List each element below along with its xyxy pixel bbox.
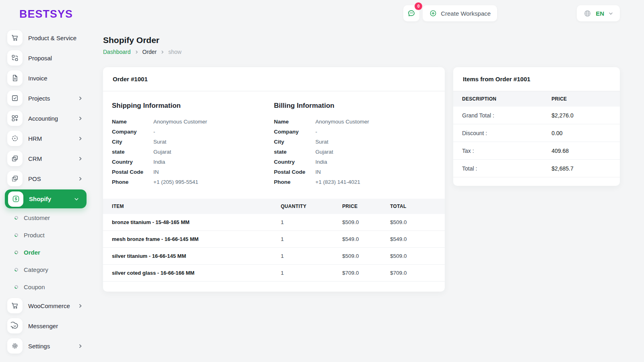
field-label: Company [274,129,316,135]
summary-table: DESCRIPTION PRICE Grand Total : $2,276.0… [453,91,620,177]
field-value: Surat [153,139,166,145]
field-row: Company- [274,129,436,135]
field-row: stateGujarat [274,149,436,155]
sidebar-item-label: Accounting [28,115,58,122]
item-name: silver coted glass - 16-66-166 MM [103,265,281,282]
sidebar-subitem-category[interactable]: Category [0,261,93,278]
field-value: Surat [316,139,328,145]
field-row: CountryIndia [274,159,436,165]
field-label: state [274,149,316,155]
create-workspace-button[interactable]: Create Workspace [423,5,497,21]
field-value: India [153,159,165,165]
gear-icon [7,338,23,354]
breadcrumb: Dashboard Order show [103,49,620,55]
chevron-right-icon [78,136,83,141]
chevron-right-icon [134,50,139,54]
breadcrumb-dashboard[interactable]: Dashboard [103,49,131,55]
sidebar-subitem-label: Order [24,249,40,256]
chevron-right-icon [78,96,83,101]
field-row: NameAnonymous Customer [274,119,436,125]
bullet-icon [14,267,19,272]
column-header-price: PRICE [551,91,620,107]
field-value: +1 (205) 995-5541 [153,179,198,185]
table-row: Tax : 409.68 [453,142,620,160]
globe-icon [583,9,592,18]
sidebar-item-projects[interactable]: Projects [0,88,93,108]
field-row: Company- [112,129,274,135]
item-quantity: 1 [281,214,342,231]
column-header-total: TOTAL [390,199,445,214]
field-row: Phone+1 (823) 141-4021 [274,179,436,185]
field-value: - [153,129,155,135]
summary-label: Tax : [453,142,551,160]
sidebar-item-invoice[interactable]: Invoice [0,68,93,88]
field-value: +1 (823) 141-4021 [316,179,360,185]
sidebar-item-product-service[interactable]: Product & Service [0,28,93,48]
field-row: CitySurat [112,139,274,145]
sidebar-item-messenger[interactable]: Messenger [0,316,93,336]
sidebar-item-pos[interactable]: POS [0,169,93,189]
order-card: Order #1001 Shipping Information NameAno… [103,67,445,292]
sidebar-subitem-coupon[interactable]: Coupon [0,278,93,296]
proposal-icon [7,50,23,66]
field-value: IN [316,169,321,175]
sidebar-item-proposal[interactable]: Proposal [0,48,93,68]
item-total: $509.0 [390,248,445,265]
table-row: Grand Total : $2,276.0 [453,107,620,124]
sidebar-subitem-product[interactable]: Product [0,226,93,244]
sidebar-subitem-order[interactable]: Order [0,244,93,261]
field-value: Gujarat [153,149,171,155]
item-name: bronze titanium - 15-48-165 MM [103,214,281,231]
sidebar-item-woocommerce[interactable]: WooCommerce [0,296,93,316]
chevron-right-icon [78,176,83,181]
chevron-right-icon [78,156,83,161]
item-total: $709.0 [390,265,445,282]
field-label: Company [112,129,153,135]
summary-value: 0.00 [551,124,620,142]
card-footer [453,177,620,186]
summary-label: Discount : [453,124,551,142]
field-label: state [112,149,153,155]
layers-dashed-icon [7,171,23,186]
field-label: Country [112,159,153,165]
sidebar-item-accounting[interactable]: Accounting [0,108,93,128]
order-summary-card: Items from Order #1001 DESCRIPTION PRICE… [453,67,620,186]
field-label: Name [274,119,316,125]
breadcrumb-order[interactable]: Order [142,49,157,55]
field-label: Postal Code [274,169,316,175]
sidebar-item-crm[interactable]: CRM [0,148,93,169]
brand-logo[interactable]: BESTSYS [0,0,73,25]
chat-dots-icon [407,9,416,18]
column-header-quantity: QUANTITY [281,199,342,214]
bullet-icon [14,284,19,290]
order-info: Shipping Information NameAnonymous Custo… [103,91,445,199]
sidebar-item-label: HRM [28,135,42,142]
sidebar-item-hrm[interactable]: HRM [0,128,93,148]
sidebar-item-shopify[interactable]: Shopify [5,189,87,208]
field-label: Postal Code [112,169,153,175]
column-header-description: DESCRIPTION [453,91,551,107]
field-label: City [274,139,316,145]
table-row: bronze titanium - 15-48-165 MM 1 $509.0 … [103,214,445,231]
shipping-info: Shipping Information NameAnonymous Custo… [112,102,274,189]
messages-button[interactable]: 0 [403,5,419,21]
sidebar-item-label: Shopify [29,195,51,202]
summary-value: $2,276.0 [551,107,620,124]
item-quantity: 1 [281,265,342,282]
order-items-table: ITEM QUANTITY PRICE TOTAL bronze titaniu… [103,199,445,281]
chevron-down-icon [74,196,79,202]
item-price: $509.0 [342,248,390,265]
billing-info: Billing Information NameAnonymous Custom… [274,102,436,189]
chat-bubble-icon [7,318,23,333]
create-workspace-label: Create Workspace [441,10,491,17]
sidebar-item-label: Projects [28,95,50,102]
field-row: Postal CodeIN [112,169,274,175]
check-square-icon [7,90,23,106]
language-selector[interactable]: EN [577,5,620,21]
field-row: Postal CodeIN [274,169,436,175]
sidebar-item-label: POS [28,175,41,182]
field-label: City [112,139,153,145]
sidebar-subitem-customer[interactable]: Customer [0,209,93,226]
bullet-icon [14,232,19,238]
sidebar-item-settings[interactable]: Settings [0,336,93,356]
